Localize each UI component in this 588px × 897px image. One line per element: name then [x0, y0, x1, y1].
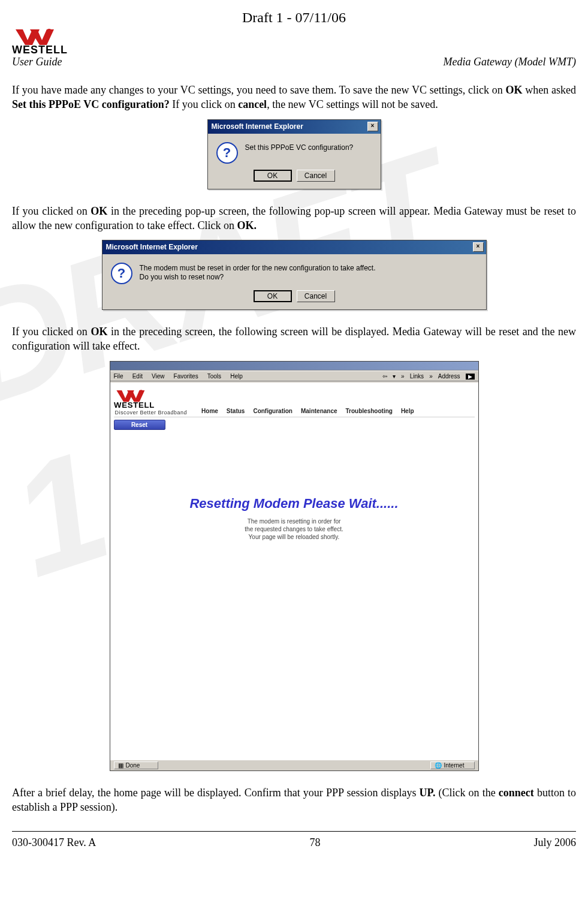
- dialog1-message: Set this PPPoE VC configuration?: [245, 142, 354, 152]
- nav-status[interactable]: Status: [227, 408, 245, 414]
- ok-button[interactable]: OK: [254, 290, 292, 302]
- browser-menubar: File Edit View Favorites Tools Help ⇦ ▾ …: [110, 371, 478, 381]
- paragraph-2: If you clicked on OK in the preceding po…: [12, 204, 576, 233]
- brand-tagline: Discover Better Broadband: [115, 410, 188, 416]
- draft-header-line: Draft 1 - 07/11/06: [12, 10, 576, 26]
- nav-tabs: Home Status Configuration Maintenance Tr…: [201, 408, 414, 416]
- links-label[interactable]: Links: [410, 373, 424, 380]
- resetting-heading: Resetting Modem Please Wait......: [114, 496, 475, 511]
- go-button[interactable]: ▶: [466, 374, 475, 380]
- nav-home[interactable]: Home: [201, 408, 218, 414]
- internet-icon: 🌐: [435, 762, 442, 769]
- dialog-reset-modem: Microsoft Internet Explorer × ? The mode…: [102, 240, 487, 310]
- question-icon: ?: [111, 263, 132, 284]
- brand-row: WESTELL: [12, 27, 576, 55]
- address-label: Address: [438, 373, 460, 380]
- ok-button[interactable]: OK: [254, 170, 292, 182]
- westell-logo: WESTELL: [12, 27, 132, 55]
- close-icon[interactable]: ×: [367, 122, 378, 131]
- footer-right: July 2006: [533, 836, 576, 849]
- menu-file[interactable]: File: [114, 373, 123, 380]
- nav-troubleshooting[interactable]: Troubleshooting: [346, 408, 393, 414]
- footer-rule: [12, 831, 576, 832]
- dialog-set-pppoe: Microsoft Internet Explorer × ? Set this…: [207, 119, 381, 189]
- question-icon: ?: [216, 142, 238, 164]
- dialog2-titlebar: Microsoft Internet Explorer ×: [102, 240, 486, 254]
- dialog2-title-text: Microsoft Internet Explorer: [106, 243, 198, 251]
- reset-button[interactable]: Reset: [114, 420, 165, 430]
- browser-titlebar: [110, 362, 478, 371]
- page-icon: ▦: [118, 762, 123, 769]
- nav-maintenance[interactable]: Maintenance: [301, 408, 337, 414]
- resetting-subtext: The modem is resetting in order for the …: [114, 517, 475, 541]
- paragraph-3: If you clicked on OK in the preceding sc…: [12, 324, 576, 354]
- back-arrow-icon[interactable]: ⇦: [382, 373, 387, 380]
- menu-edit[interactable]: Edit: [132, 373, 143, 380]
- westell-logo-small: WESTELL Discover Better Broadband: [114, 387, 188, 416]
- browser-window: File Edit View Favorites Tools Help ⇦ ▾ …: [110, 361, 479, 771]
- menu-view[interactable]: View: [152, 373, 165, 380]
- status-left: ▦ Done: [114, 761, 158, 769]
- dialog2-message: The modem must be reset in order for the…: [140, 263, 376, 282]
- nav-configuration[interactable]: Configuration: [253, 408, 293, 414]
- nav-help[interactable]: Help: [401, 408, 414, 414]
- logo-mark-icon: WESTELL: [114, 387, 180, 411]
- svg-text:WESTELL: WESTELL: [12, 44, 68, 55]
- browser-statusbar: ▦ Done 🌐 Internet: [110, 760, 478, 770]
- close-icon[interactable]: ×: [473, 242, 484, 252]
- menu-favorites[interactable]: Favorites: [174, 373, 198, 380]
- cancel-button[interactable]: Cancel: [297, 290, 335, 302]
- paragraph-1: If you have made any changes to your VC …: [12, 83, 576, 112]
- footer-left: 030-300417 Rev. A: [12, 836, 96, 849]
- logo-mark-icon: WESTELL: [12, 27, 102, 55]
- document-page: DRAFT 1 Draft 1 - 07/11/06 WESTELL User …: [0, 0, 588, 863]
- footer-page-number: 78: [309, 836, 320, 849]
- dialog1-title-text: Microsoft Internet Explorer: [212, 122, 303, 131]
- cancel-button[interactable]: Cancel: [297, 170, 335, 182]
- dropdown-icon[interactable]: ▾: [393, 373, 396, 380]
- header-labels: User Guide Media Gateway (Model WMT): [12, 56, 576, 68]
- header-right: Media Gateway (Model WMT): [444, 56, 576, 68]
- browser-viewport: WESTELL Discover Better Broadband Home S…: [110, 383, 478, 760]
- page-footer: 030-300417 Rev. A 78 July 2006: [0, 834, 588, 863]
- menu-tools[interactable]: Tools: [207, 373, 221, 380]
- menu-help[interactable]: Help: [230, 373, 243, 380]
- paragraph-4: After a brief delay, the home page will …: [12, 785, 576, 815]
- dialog1-titlebar: Microsoft Internet Explorer ×: [208, 120, 381, 134]
- status-right: 🌐 Internet: [430, 761, 475, 769]
- header-left: User Guide: [12, 56, 62, 68]
- svg-text:WESTELL: WESTELL: [114, 401, 155, 410]
